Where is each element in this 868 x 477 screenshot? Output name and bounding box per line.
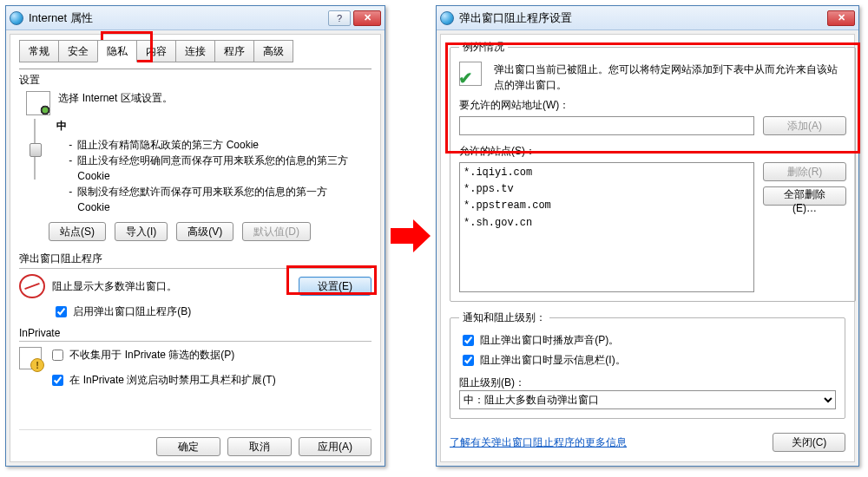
allowed-label: 允许的站点(S)： [459,144,846,159]
titlebar[interactable]: 弹出窗口阻止程序设置 ✕ [437,6,858,30]
tabstrip: 常规安全隐私内容连接程序高级 [19,40,372,62]
tab-0[interactable]: 常规 [19,40,59,62]
address-input[interactable] [459,116,754,135]
window-title: 弹出窗口阻止程序设置 [459,10,827,26]
block-icon [19,274,45,298]
settings-heading: 设置 [19,73,372,88]
exceptions-legend: 例外情况 [459,40,508,55]
ok-button[interactable]: 确定 [156,437,220,456]
check-icon [459,62,482,86]
privacy-bullet: 阻止没有经您明确同意而保存可用来联系您的信息的第三方 Cookie [69,153,352,184]
inprivate-disable-ext-checkbox[interactable] [52,375,63,386]
show-infobar-label[interactable]: 阻止弹出窗口时显示信息栏(I)。 [480,354,625,366]
internet-options-dialog: Internet 属性 ? ✕ 常规安全隐私内容连接程序高级 设置 选择 Int… [5,5,385,467]
remove-all-button[interactable]: 全部删除(E)… [763,186,846,206]
settings-button-row: 站点(S) 导入(I) 高级(V) 默认值(D) [49,222,372,241]
block-level-select[interactable]: 中：阻止大多数自动弹出窗口 [459,390,836,409]
inprivate-disable-ext-label[interactable]: 在 InPrivate 浏览启动时禁用工具栏和扩展(T) [69,374,275,386]
tab-1[interactable]: 安全 [58,40,98,62]
enable-popup-blocker-checkbox[interactable] [56,306,67,317]
window-title: Internet 属性 [29,10,328,26]
default-button[interactable]: 默认值(D) [242,222,311,241]
exceptions-desc: 弹出窗口当前已被阻止。您可以将特定网站添加到下表中从而允许来自该站点的弹出窗口。 [494,62,846,93]
dialog-footer: 确定 取消 应用(A) [19,429,372,456]
cancel-button[interactable]: 取消 [227,437,292,456]
inprivate-collect-checkbox[interactable] [52,350,63,361]
page-eye-icon [26,91,50,115]
popup-settings-button[interactable]: 设置(E) [299,277,372,296]
popup-desc: 阻止显示大多数弹出窗口。 [52,279,299,294]
privacy-slider[interactable] [28,119,42,180]
play-sound-checkbox[interactable] [463,335,474,346]
import-button[interactable]: 导入(I) [115,222,168,241]
tab-3[interactable]: 内容 [136,40,176,62]
privacy-bullets: 阻止没有精简隐私政策的第三方 Cookie阻止没有经您明确同意而保存可用来联系您… [56,137,352,215]
advanced-button[interactable]: 高级(V) [176,222,233,241]
show-infobar-checkbox[interactable] [463,355,474,366]
tab-4[interactable]: 连接 [175,40,215,62]
select-zone-text: 选择 Internet 区域设置。 [58,92,172,104]
svg-marker-0 [391,219,431,252]
privacy-bullet: 阻止没有精简隐私政策的第三方 Cookie [69,137,352,153]
add-button[interactable]: 添加(A) [763,116,846,135]
tab-6[interactable]: 高级 [253,40,293,62]
allowed-site-row[interactable]: *.pps.tv [464,181,750,198]
allowed-site-row[interactable]: *.ppstream.com [464,198,750,214]
tab-5[interactable]: 程序 [214,40,254,62]
address-label: 要允许的网站地址(W)： [459,98,846,113]
allowed-site-row[interactable]: *.sh.gov.cn [464,215,750,232]
arrow-icon [391,5,431,467]
titlebar[interactable]: Internet 属性 ? ✕ [6,6,385,30]
notify-group: 通知和阻止级别： 阻止弹出窗口时播放声音(P)。 阻止弹出窗口时显示信息栏(I)… [450,310,845,419]
exceptions-group: 例外情况 弹出窗口当前已被阻止。您可以将特定网站添加到下表中从而允许来自该站点的… [450,40,856,302]
learn-more-link[interactable]: 了解有关弹出窗口阻止程序的更多信息 [450,435,627,450]
inprivate-collect-label[interactable]: 不收集用于 InPrivate 筛选的数据(P) [69,349,234,361]
allowed-site-row[interactable]: *.iqiyi.com [464,165,750,181]
privacy-level: 中 [56,119,352,134]
popup-blocker-settings-dialog: 弹出窗口阻止程序设置 ✕ 例外情况 弹出窗口当前已被阻止。您可以将特定网站添加到… [436,5,859,467]
block-level-label: 阻止级别(B)： [459,376,836,390]
close-button[interactable]: ✕ [353,10,381,26]
popup-heading: 弹出窗口阻止程序 [19,252,372,266]
privacy-bullet: 限制没有经您默许而保存可用来联系您的信息的第一方 Cookie [69,184,352,215]
allowed-sites-listbox[interactable]: *.iqiyi.com*.pps.tv*.ppstream.com*.sh.go… [459,162,754,292]
warn-icon [19,347,42,369]
close-button[interactable]: ✕ [827,10,855,26]
apply-button[interactable]: 应用(A) [299,437,372,456]
inprivate-heading: InPrivate [19,327,372,339]
globe-icon [10,11,23,25]
play-sound-label[interactable]: 阻止弹出窗口时播放声音(P)。 [480,334,619,346]
notify-legend: 通知和阻止级别： [459,310,549,325]
globe-icon [440,11,454,25]
tab-2[interactable]: 隐私 [97,40,137,62]
sites-button[interactable]: 站点(S) [49,222,106,241]
enable-popup-blocker-label[interactable]: 启用弹出窗口阻止程序(B) [73,305,191,317]
remove-button[interactable]: 删除(R) [763,162,846,181]
close-dialog-button[interactable]: 关闭(C) [773,433,845,452]
help-button[interactable]: ? [328,10,351,26]
